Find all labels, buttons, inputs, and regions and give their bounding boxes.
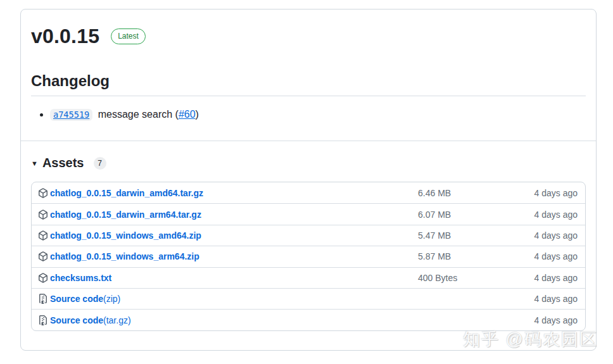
asset-download-link[interactable]: chatlog_0.0.15_darwin_arm64.tar.gz <box>38 210 418 220</box>
asset-row: chatlog_0.0.15_windows_amd64.zip 5.47 MB… <box>32 225 585 246</box>
asset-size: 5.47 MB <box>418 230 513 241</box>
asset-row: Source code (zip) 4 days ago <box>32 288 585 309</box>
assets-table: chatlog_0.0.15_darwin_amd64.tar.gz 6.46 … <box>31 182 586 331</box>
asset-age: 4 days ago <box>534 273 578 283</box>
changelog-text-after: ) <box>196 109 199 120</box>
chevron-down-icon: ▼ <box>31 160 38 167</box>
asset-age: 4 days ago <box>534 230 578 241</box>
package-icon <box>38 210 48 220</box>
asset-name: chatlog_0.0.15_darwin_amd64.tar.gz <box>50 188 203 198</box>
release-body: v0.0.15 Latest Changelog a745519 message… <box>21 9 596 123</box>
package-icon <box>38 251 48 261</box>
asset-name: chatlog_0.0.15_windows_arm64.zip <box>50 251 199 261</box>
asset-download-link[interactable]: chatlog_0.0.15_windows_arm64.zip <box>38 251 418 261</box>
file-zip-icon <box>38 315 48 325</box>
asset-download-link[interactable]: chatlog_0.0.15_darwin_amd64.tar.gz <box>38 188 418 198</box>
assets-section: ▼ Assets 7 chatlog_0.0.15_darwin_amd64.t… <box>21 141 596 331</box>
release-version: v0.0.15 <box>31 25 99 48</box>
asset-row: Source code (tar.gz) 4 days ago <box>32 309 585 330</box>
asset-row: chatlog_0.0.15_windows_arm64.zip 5.87 MB… <box>32 246 585 267</box>
changelog-text: message search ( <box>95 109 179 120</box>
asset-name: Source code <box>50 315 103 325</box>
release-header: v0.0.15 Latest <box>31 25 586 47</box>
asset-download-link[interactable]: Source code (zip) <box>38 294 418 304</box>
assets-summary-toggle[interactable]: ▼ Assets 7 <box>31 156 145 170</box>
asset-download-link[interactable]: chatlog_0.0.15_windows_amd64.zip <box>38 230 418 241</box>
asset-suffix: (zip) <box>103 294 120 304</box>
asset-size: 400 Bytes <box>418 273 513 283</box>
asset-age: 4 days ago <box>534 188 578 198</box>
commit-link[interactable]: a745519 <box>50 109 92 121</box>
asset-name: chatlog_0.0.15_darwin_arm64.tar.gz <box>50 210 201 220</box>
asset-download-link[interactable]: Source code (tar.gz) <box>38 315 418 325</box>
asset-size: 6.46 MB <box>418 188 513 198</box>
asset-name: checksums.txt <box>50 273 111 283</box>
asset-download-link[interactable]: checksums.txt <box>38 273 418 283</box>
latest-badge[interactable]: Latest <box>111 28 146 44</box>
asset-row: chatlog_0.0.15_darwin_amd64.tar.gz 6.46 … <box>32 182 585 203</box>
asset-row: checksums.txt 400 Bytes 4 days ago <box>32 267 585 288</box>
asset-size: 5.87 MB <box>418 251 513 261</box>
changelog-heading: Changelog <box>31 72 586 96</box>
changelog-list: a745519 message search (#60) <box>31 106 586 123</box>
file-zip-icon <box>38 294 48 304</box>
release-card: v0.0.15 Latest Changelog a745519 message… <box>20 9 597 351</box>
asset-suffix: (tar.gz) <box>103 315 131 325</box>
asset-age: 4 days ago <box>534 251 578 261</box>
asset-name: chatlog_0.0.15_windows_amd64.zip <box>50 230 201 241</box>
asset-age: 4 days ago <box>534 294 578 304</box>
assets-count-badge: 7 <box>94 157 106 170</box>
package-icon <box>38 188 48 198</box>
asset-row: chatlog_0.0.15_darwin_arm64.tar.gz 6.07 … <box>32 203 585 224</box>
asset-age: 4 days ago <box>534 315 578 325</box>
asset-name: Source code <box>50 294 103 304</box>
package-icon <box>38 230 48 241</box>
package-icon <box>38 273 48 283</box>
issue-link[interactable]: #60 <box>179 109 196 120</box>
changelog-item: a745519 message search (#60) <box>50 106 586 123</box>
asset-size: 6.07 MB <box>418 210 513 220</box>
assets-heading: Assets <box>42 156 84 170</box>
asset-age: 4 days ago <box>534 210 578 220</box>
